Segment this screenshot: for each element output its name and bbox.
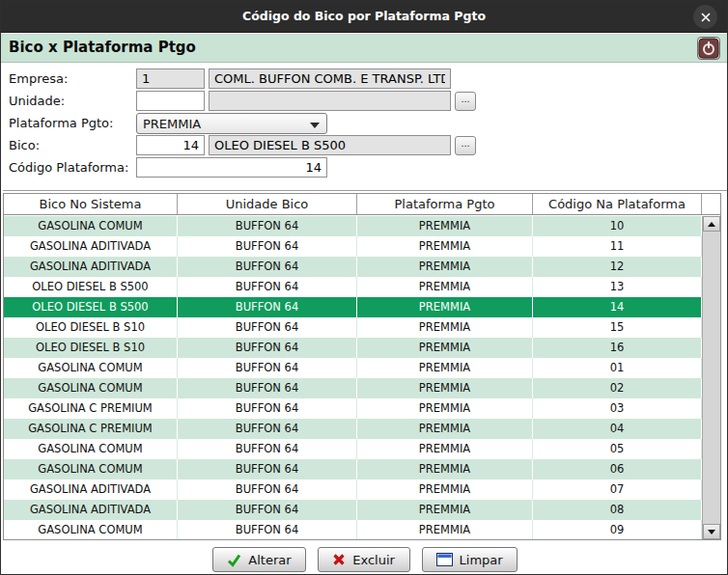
table-row[interactable]: OLEO DIESEL B S500BUFFON 64PREMMIA13 [4,277,703,297]
table-cell: 03 [533,398,702,419]
table-row[interactable]: GASOLINA ADITIVADABUFFON 64PREMMIA08 [4,500,703,520]
limpar-button[interactable]: Limpar [422,547,518,572]
chevron-down-icon [310,123,320,128]
table-row[interactable]: GASOLINA COMUMBUFFON 64PREMMIA02 [4,378,703,398]
form-panel: Empresa: Unidade: ... Plataforma Pgto: P… [1,63,728,190]
table-cell: PREMMIA [357,398,533,419]
table-row[interactable]: GASOLINA ADITIVADABUFFON 64PREMMIA07 [4,479,703,500]
codigo-plataforma-row: Código Plataforma: [1,157,728,178]
bico-browse-button[interactable]: ... [455,136,476,155]
excluir-button[interactable]: Excluir [318,547,410,572]
codigo-plataforma-field[interactable] [136,157,327,178]
table-row[interactable]: OLEO DIESEL B S10BUFFON 64PREMMIA15 [4,317,703,338]
table-row[interactable]: GASOLINA COMUMBUFFON 64PREMMIA06 [4,459,703,479]
column-header-filler [702,194,720,214]
table-cell: PREMMIA [357,216,533,236]
excluir-label: Excluir [352,553,395,567]
check-icon [227,553,241,567]
table-cell: GASOLINA C PREMIUM [4,398,178,419]
triangle-up-icon [708,222,715,227]
bico-name-field[interactable] [209,135,451,155]
x-icon [332,553,346,566]
table-row[interactable]: OLEO DIESEL B S10BUFFON 64PREMMIA16 [4,338,703,358]
table-row[interactable]: GASOLINA ADITIVADABUFFON 64PREMMIA11 [4,236,703,257]
table-row[interactable]: GASOLINA C PREMIUMBUFFON 64PREMMIA03 [4,398,703,419]
table-cell: PREMMIA [357,459,533,479]
table-cell: 15 [533,317,702,338]
title-bar: Código do Bico por Plataforma Pgto [1,1,727,33]
unidade-code-field[interactable] [136,91,205,111]
table-cell: PREMMIA [357,479,533,500]
table-row[interactable]: GASOLINA COMUMBUFFON 64PREMMIA05 [4,439,703,459]
table-cell: PREMMIA [357,317,533,338]
power-icon [698,38,719,59]
unidade-name-field[interactable] [209,91,451,111]
table-cell: BUFFON 64 [178,257,357,277]
empresa-row: Empresa: [1,68,728,90]
separator-line [3,190,727,192]
table-cell: 09 [533,520,702,539]
table-cell: GASOLINA COMUM [4,459,178,479]
bico-label: Bico: [9,138,40,152]
plataforma-label: Plataforma Pgto: [9,116,113,130]
scroll-down-button[interactable] [703,524,720,539]
table-cell: GASOLINA COMUM [4,216,178,236]
table-cell: BUFFON 64 [178,520,357,539]
empresa-code-field[interactable] [136,68,205,89]
table-cell: 04 [533,419,702,439]
alterar-label: Alterar [248,553,291,567]
table-cell: 01 [533,358,702,378]
exit-button[interactable] [697,37,720,60]
table-cell: PREMMIA [357,378,533,398]
table-cell: GASOLINA ADITIVADA [4,479,178,500]
table-cell: OLEO DIESEL B S500 [4,297,178,317]
column-header-plataforma-pgto: Plataforma Pgto [357,194,533,214]
table-cell: GASOLINA COMUM [4,439,178,459]
table-cell: BUFFON 64 [178,459,357,479]
table-cell: 07 [533,479,702,500]
vertical-scrollbar[interactable] [702,216,720,539]
table-cell: OLEO DIESEL B S10 [4,317,178,338]
table-cell: 12 [533,257,702,277]
plataforma-selected-value: PREMMIA [143,117,201,131]
table-cell: PREMMIA [357,297,533,317]
table-cell: BUFFON 64 [178,439,357,459]
table-cell: PREMMIA [357,358,533,378]
table-cell: BUFFON 64 [178,358,357,378]
table-cell: BUFFON 64 [178,277,357,297]
table-row-selected[interactable]: OLEO DIESEL B S500BUFFON 64PREMMIA14 [4,297,703,317]
unidade-browse-button[interactable]: ... [455,92,476,111]
table-cell: PREMMIA [357,338,533,358]
table-cell: PREMMIA [357,236,533,257]
codigo-plataforma-label: Código Plataforma: [9,160,128,175]
table-row[interactable]: GASOLINA COMUMBUFFON 64PREMMIA01 [4,358,703,378]
close-button[interactable] [693,5,717,29]
table-cell: BUFFON 64 [178,398,357,419]
table-cell: 16 [533,338,702,358]
alterar-button[interactable]: Alterar [212,547,305,572]
scroll-up-button[interactable] [703,216,720,232]
triangle-down-icon [708,530,715,534]
bico-code-field[interactable] [136,135,205,155]
table-cell: 08 [533,500,702,520]
app-window: Código do Bico por Plataforma Pgto Bico … [0,0,728,575]
table-row[interactable]: GASOLINA COMUMBUFFON 64PREMMIA09 [4,520,703,539]
table-row[interactable]: GASOLINA C PREMIUMBUFFON 64PREMMIA04 [4,419,703,439]
table-cell: 05 [533,439,702,459]
table-cell: PREMMIA [357,439,533,459]
table-cell: GASOLINA ADITIVADA [4,500,178,520]
empresa-name-field[interactable] [209,68,451,89]
table-cell: GASOLINA ADITIVADA [4,236,178,257]
table-cell: BUFFON 64 [178,317,357,338]
table-cell: OLEO DIESEL B S500 [4,277,178,297]
table-row[interactable]: GASOLINA COMUMBUFFON 64PREMMIA10 [4,216,703,236]
app-header: Bico x Plataforma Ptgo [1,34,727,63]
table-cell: BUFFON 64 [178,378,357,398]
table-cell: PREMMIA [357,419,533,439]
table-cell: BUFFON 64 [178,500,357,520]
table-cell: GASOLINA COMUM [4,520,178,539]
table-row[interactable]: GASOLINA ADITIVADABUFFON 64PREMMIA12 [4,257,703,277]
table-cell: BUFFON 64 [178,419,357,439]
table-cell: 11 [533,236,702,257]
plataforma-select[interactable]: PREMMIA [136,113,327,134]
